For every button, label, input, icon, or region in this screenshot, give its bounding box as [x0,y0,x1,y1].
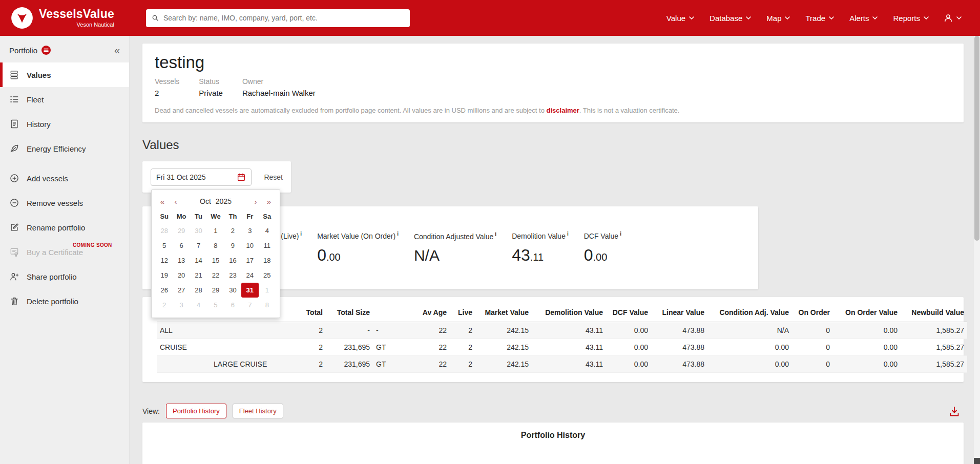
nav-alerts[interactable]: Alerts [843,9,884,28]
sidebar-item-add-vessels[interactable]: Add vessels [0,166,129,191]
calendar-day[interactable]: 12 [156,253,173,268]
calendar-day[interactable]: 1 [259,283,276,298]
next-month-button[interactable]: › [249,197,262,206]
fleet-history-button[interactable]: Fleet History [233,404,283,418]
calendar-day[interactable]: 3 [241,223,258,238]
sidebar-item-label: Add vessels [27,174,68,183]
portfolio-history-button[interactable]: Portfolio History [166,404,226,418]
calendar-day[interactable]: 28 [190,283,207,298]
date-picker-calendar: « ‹ Oct 2025 › » Su Mo Tu We Th Fr Sa 28 [151,189,280,318]
cell-av-age: 22 [393,339,450,356]
info-icon[interactable]: i [620,231,621,237]
calendar-day[interactable]: 6 [173,238,190,253]
cell-size: 231,695 [326,339,373,356]
prev-year-button[interactable]: « [156,197,169,206]
calendar-day[interactable]: 30 [190,223,207,238]
calendar-day[interactable]: 1 [207,223,224,238]
calendar-day[interactable]: 2 [156,298,173,312]
calendar-day[interactable]: 16 [224,253,241,268]
info-icon[interactable]: i [397,231,399,237]
calendar-day[interactable]: 29 [173,223,190,238]
reset-button[interactable]: Reset [264,173,283,181]
meta-label: Owner [242,77,316,86]
calendar-day[interactable]: 13 [173,253,190,268]
calendar-day[interactable]: 17 [241,253,258,268]
history-view-controls: View: Portfolio History Fleet History [142,404,964,418]
calendar-day[interactable]: 22 [207,268,224,283]
nav-map[interactable]: Map [760,9,796,28]
disclaimer-post: . This is not a valuation certificate. [579,107,680,114]
calendar-day[interactable]: 4 [190,298,207,312]
calendar-day[interactable]: 8 [207,238,224,253]
global-search [146,9,410,27]
search-input[interactable] [163,14,405,22]
calendar-day[interactable]: 5 [156,238,173,253]
summary-value: 0.00 [317,246,399,265]
calendar-day[interactable]: 24 [241,268,258,283]
sidebar-item-rename-portfolio[interactable]: Rename portfolio [0,215,129,240]
sidebar-item-label: Delete portfolio [27,297,78,306]
calendar-day[interactable]: 27 [173,283,190,298]
calendar-day-selected[interactable]: 31 [241,283,258,298]
calendar-day[interactable]: 21 [190,268,207,283]
view-label: View: [142,407,160,415]
calendar-day[interactable]: 9 [224,238,241,253]
prev-month-button[interactable]: ‹ [169,197,182,206]
calendar-day[interactable]: 7 [241,298,258,312]
calendar-day[interactable]: 6 [224,298,241,312]
calendar-day[interactable]: 20 [173,268,190,283]
info-icon[interactable]: i [300,231,302,237]
calendar-day[interactable]: 25 [259,268,276,283]
calendar-day[interactable]: 14 [190,253,207,268]
calendar-day[interactable]: 30 [224,283,241,298]
sidebar-item-values[interactable]: Values [0,62,129,87]
info-icon[interactable]: i [495,231,496,237]
calendar-day[interactable]: 23 [224,268,241,283]
user-menu[interactable] [938,8,967,28]
cell-av-age: 22 [393,322,450,339]
nav-trade[interactable]: Trade [799,9,840,28]
calendar-day[interactable]: 5 [207,298,224,312]
calendar-day[interactable]: 29 [207,283,224,298]
calendar-day[interactable]: 2 [224,223,241,238]
calendar-month-label[interactable]: Oct 2025 [182,197,249,205]
nav-database[interactable]: Database [703,9,757,28]
brand-logo[interactable]: VesselsValue Veson Nautical [10,6,114,30]
sidebar-item-energy-efficiency[interactable]: Energy Efficiency [0,136,129,161]
meta-vessels: Vessels 2 [155,77,179,97]
nav-value[interactable]: Value [660,9,700,28]
calendar-day[interactable]: 3 [173,298,190,312]
vertical-scrollbar[interactable] [974,36,980,464]
cell-sector [211,322,282,339]
next-year-button[interactable]: » [262,197,276,206]
sidebar-item-share-portfolio[interactable]: Share portfolio [0,264,129,289]
calendar-day[interactable]: 11 [259,238,276,253]
calendar-day[interactable]: 15 [207,253,224,268]
cell-on-order-value: 0.00 [833,322,901,339]
sidebar-collapse-button[interactable]: « [114,45,120,55]
calendar-day[interactable]: 26 [156,283,173,298]
calendar-icon[interactable] [237,173,246,182]
summary-value: 0.00 [584,246,621,265]
disclaimer-link[interactable]: disclaimer [547,107,579,114]
sidebar-item-remove-vessels[interactable]: Remove vessels [0,191,129,215]
calendar-day[interactable]: 7 [190,238,207,253]
scrollbar-thumb[interactable] [974,36,979,241]
date-picker-input[interactable]: Fri 31 Oct 2025 [151,168,252,186]
info-icon[interactable]: i [567,231,569,237]
calendar-day[interactable]: 18 [259,253,276,268]
sidebar-item-fleet[interactable]: Fleet [0,87,129,112]
calendar-day[interactable]: 19 [156,268,173,283]
sidebar-item-history[interactable]: History [0,112,129,136]
vesselsvalue-logo-icon [10,6,34,30]
calendar-day[interactable]: 10 [241,238,258,253]
cell-dcf-value: 0.00 [606,339,651,356]
calendar-day[interactable]: 28 [156,223,173,238]
download-icon[interactable] [948,405,961,417]
calendar-day[interactable]: 8 [259,298,276,312]
chevron-down-icon [785,16,790,19]
sidebar-header: Portfolio « [0,36,129,62]
nav-reports[interactable]: Reports [887,9,935,28]
sidebar-item-delete-portfolio[interactable]: Delete portfolio [0,289,129,313]
calendar-day[interactable]: 4 [259,223,276,238]
